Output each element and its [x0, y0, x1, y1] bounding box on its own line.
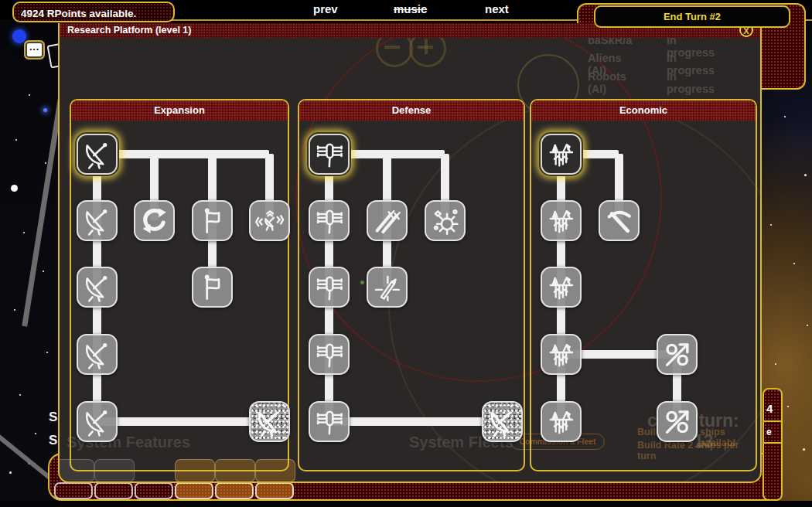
clipped-side-panel: 4 e	[763, 388, 783, 501]
missile-node[interactable]	[309, 401, 350, 442]
flag-icon	[196, 271, 228, 303]
calibrate-node[interactable]	[367, 267, 408, 308]
toolbar-slot-active[interactable]	[175, 482, 213, 499]
satellite-dish-icon	[81, 138, 113, 170]
star	[15, 139, 17, 141]
star	[804, 174, 807, 176]
satellite-dish-node[interactable]	[77, 401, 118, 442]
toolbar-slot[interactable]	[94, 482, 133, 499]
calibrate-icon	[371, 271, 403, 303]
divider	[764, 442, 781, 444]
star	[46, 352, 48, 353]
scrambled-dish-node[interactable]	[249, 401, 290, 442]
tech-connector	[97, 150, 269, 158]
map-options-button[interactable]: ···	[24, 40, 45, 60]
radar-signal-icon	[254, 205, 285, 236]
next-button[interactable]: next	[485, 2, 509, 15]
screen-edge	[0, 501, 812, 507]
toolbar-slot[interactable]	[135, 482, 173, 499]
divider	[764, 420, 781, 422]
star	[45, 162, 46, 164]
tech-connector	[97, 417, 269, 426]
star	[793, 263, 795, 264]
toolbar-slot-active[interactable]	[215, 482, 254, 499]
missile-icon	[313, 271, 345, 303]
research-dialog: baSkR/a In progress Aliens (AI) In progr…	[58, 23, 762, 483]
refinery-icon	[545, 339, 577, 370]
star	[787, 406, 789, 407]
clipped-panel-title: S	[49, 433, 57, 448]
daggers-icon	[371, 205, 403, 236]
tech-tree-layer	[60, 23, 760, 481]
space-mine-icon	[429, 205, 461, 236]
missile-node[interactable]	[309, 200, 350, 241]
star	[43, 271, 44, 272]
toolbar-slot[interactable]	[54, 482, 93, 499]
flag-node[interactable]	[192, 267, 233, 308]
star	[43, 108, 47, 112]
radar-signal-node[interactable]	[249, 200, 290, 241]
prev-button[interactable]: prev	[313, 2, 338, 15]
tech-connector	[329, 417, 502, 426]
refinery-icon	[545, 205, 577, 236]
percent-growth-node[interactable]	[657, 401, 698, 442]
refinery-node[interactable]	[541, 200, 582, 241]
rpoints-badge: 4924 RPoints available.	[12, 2, 175, 22]
star	[775, 363, 776, 365]
star	[19, 394, 21, 396]
star	[9, 471, 12, 474]
missile-node[interactable]	[309, 134, 350, 175]
star	[784, 116, 786, 117]
refinery-node[interactable]	[541, 334, 582, 375]
space-mine-node[interactable]	[425, 200, 466, 241]
star	[803, 448, 805, 451]
missile-icon	[313, 138, 345, 170]
refinery-node[interactable]	[541, 134, 582, 175]
game-screen: prev music next 4924 RPoints available. …	[0, 0, 812, 507]
end-turn-button[interactable]: End Turn #2	[594, 5, 790, 28]
missile-icon	[313, 406, 345, 437]
percent-growth-icon	[661, 406, 693, 437]
satellite-dish-node[interactable]	[77, 200, 118, 241]
star	[29, 94, 30, 96]
star	[23, 232, 25, 233]
satellite-dish-node[interactable]	[77, 267, 118, 308]
refinery-node[interactable]	[541, 401, 582, 442]
dialog-title: Research Platform (level 1)	[67, 25, 192, 36]
percent-growth-icon	[661, 339, 693, 370]
toolbar-slot-active[interactable]	[255, 482, 294, 499]
clipped-panel-title: S	[49, 410, 57, 425]
flag-icon	[196, 205, 228, 236]
pickaxe-node[interactable]	[599, 200, 640, 241]
refinery-icon	[545, 138, 577, 170]
star	[770, 224, 772, 226]
star	[14, 309, 15, 311]
satellite-dish-icon	[81, 205, 113, 236]
satellite-dish-node[interactable]	[77, 134, 118, 175]
recycle-arrows-node[interactable]	[134, 200, 175, 241]
missile-node[interactable]	[309, 334, 350, 375]
star	[11, 185, 18, 192]
scrambled-dish-node[interactable]	[482, 401, 523, 442]
scrambled-dish-icon	[486, 406, 518, 437]
refinery-node[interactable]	[541, 267, 582, 308]
missile-icon	[313, 339, 345, 370]
satellite-dish-icon	[81, 271, 113, 303]
clipped-letter: e	[764, 427, 781, 437]
music-toggle-button[interactable]: music	[394, 2, 427, 15]
refinery-icon	[545, 406, 577, 437]
flag-node[interactable]	[192, 200, 233, 241]
missile-node[interactable]	[309, 267, 350, 308]
recycle-arrows-icon	[138, 205, 170, 236]
refinery-icon	[545, 271, 577, 303]
pickaxe-icon	[603, 205, 635, 236]
star	[35, 433, 36, 434]
scrambled-dish-icon	[254, 406, 285, 437]
satellite-dish-icon	[81, 339, 113, 370]
satellite-dish-icon	[81, 406, 113, 437]
clipped-digit: 4	[764, 402, 781, 415]
star	[807, 325, 808, 326]
satellite-dish-node[interactable]	[77, 334, 118, 375]
daggers-node[interactable]	[367, 200, 408, 241]
percent-growth-node[interactable]	[657, 334, 698, 375]
